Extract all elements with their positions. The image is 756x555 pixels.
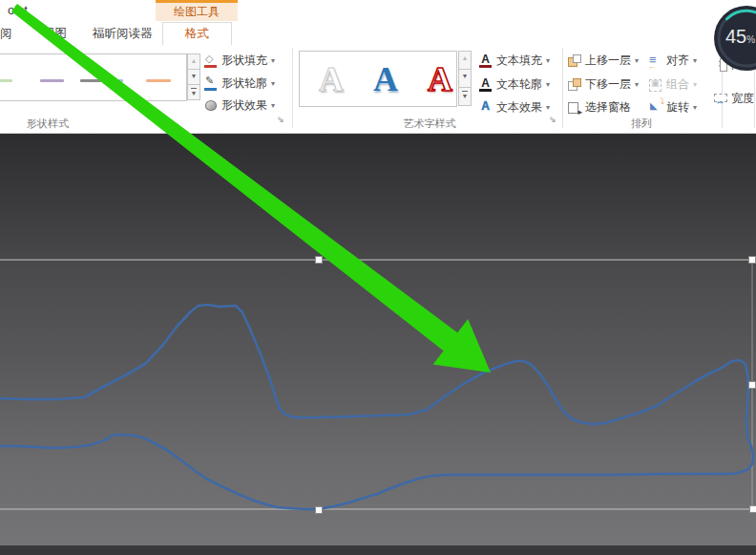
drawing-tools-contextual-header: 绘图工具 — [156, 0, 238, 21]
ribbon-format: 形状填充 形状轮廓 形状效果 形状样式 A A A A 文本填充 A — [0, 45, 756, 134]
send-backward-icon — [567, 77, 581, 92]
text-outline-icon: A — [478, 77, 493, 92]
shape-width-field[interactable]: 宽度 — [713, 89, 754, 108]
tab-foxit-reader[interactable]: 福昕阅读器 — [93, 26, 153, 42]
wordart-sample-blue[interactable]: A — [373, 59, 398, 99]
group-separator — [754, 48, 755, 128]
powerpoint-window: oint 绘图工具 阅 视图 福昕阅读器 格式 形状填充 形状轮廓 — [0, 0, 756, 555]
title-bar: oint 绘图工具 阅 视图 福昕阅读器 格式 — [0, 0, 756, 45]
group-label-shape-styles: 形状样式 — [10, 117, 86, 131]
send-backward-button[interactable]: 下移一层 — [567, 75, 639, 94]
shape-style-swatch[interactable] — [80, 79, 101, 82]
shape-effects-icon — [203, 98, 218, 113]
wordart-dialog-launcher-icon[interactable] — [547, 115, 558, 126]
gallery-scroll-up-icon[interactable] — [187, 53, 200, 70]
shape-style-gallery-scroll — [187, 53, 200, 100]
tab-view[interactable]: 视图 — [43, 26, 67, 42]
tab-review[interactable]: 阅 — [0, 26, 12, 42]
tab-format-active[interactable]: 格式 — [162, 22, 232, 46]
selection-pane-button[interactable]: 选择窗格 — [567, 97, 631, 117]
rotate-icon — [648, 100, 662, 115]
shape-outline-icon — [203, 76, 218, 91]
group-separator — [562, 48, 563, 128]
align-button[interactable]: 对齐 — [648, 51, 697, 70]
group-label-wordart: 艺术字样式 — [382, 117, 477, 131]
text-fill-icon: A — [478, 53, 493, 68]
group-icon — [648, 77, 662, 92]
shape-style-swatch[interactable] — [146, 79, 171, 82]
gallery-scroll-down-icon[interactable] — [187, 69, 200, 85]
text-effects-button[interactable]: A 文本效果 — [478, 97, 550, 117]
wordart-gallery[interactable]: A A A — [299, 51, 457, 107]
shape-height-field[interactable]: 高 — [713, 54, 743, 74]
shape-outline-button[interactable]: 形状轮廓 — [203, 74, 275, 93]
text-outline-button[interactable]: A 文本轮廓 — [478, 75, 550, 94]
shape-width-icon — [713, 92, 727, 106]
gallery-scroll-up-icon[interactable] — [458, 51, 472, 70]
shape-style-swatch[interactable] — [106, 79, 123, 82]
group-label-arrange: 排列 — [603, 117, 680, 131]
shape-style-swatch[interactable] — [40, 79, 64, 82]
window-title-fragment: oint — [8, 3, 28, 17]
text-effects-icon: A — [478, 100, 493, 115]
shape-effects-button[interactable]: 形状效果 — [203, 96, 275, 115]
text-fill-button[interactable]: A 文本填充 — [478, 51, 550, 70]
selection-pane-icon — [567, 100, 581, 115]
shape-fill-icon — [203, 53, 218, 68]
align-icon — [648, 53, 662, 68]
shape-fill-button[interactable]: 形状填充 — [203, 51, 275, 70]
slide-canvas[interactable] — [0, 134, 756, 545]
gallery-more-icon[interactable] — [187, 84, 200, 100]
shape-style-gallery[interactable] — [0, 53, 187, 101]
wordart-sample-plain[interactable]: A — [319, 59, 344, 99]
rotate-button[interactable]: 旋转 — [648, 97, 697, 117]
bring-forward-button[interactable]: 上移一层 — [567, 51, 639, 70]
gallery-scroll-down-icon[interactable] — [458, 69, 472, 88]
wordart-gallery-scroll — [458, 51, 472, 106]
shape-style-swatch[interactable] — [0, 79, 12, 82]
group-button[interactable]: 组合 — [648, 75, 697, 94]
slide-edge-band — [0, 545, 756, 555]
wordart-sample-red-outline[interactable]: A — [428, 59, 452, 99]
bring-forward-icon — [567, 53, 581, 68]
group-separator — [292, 48, 293, 128]
shape-height-icon — [713, 57, 727, 72]
shape-styles-dialog-launcher-icon[interactable] — [275, 115, 286, 126]
gallery-more-icon[interactable] — [458, 87, 472, 106]
